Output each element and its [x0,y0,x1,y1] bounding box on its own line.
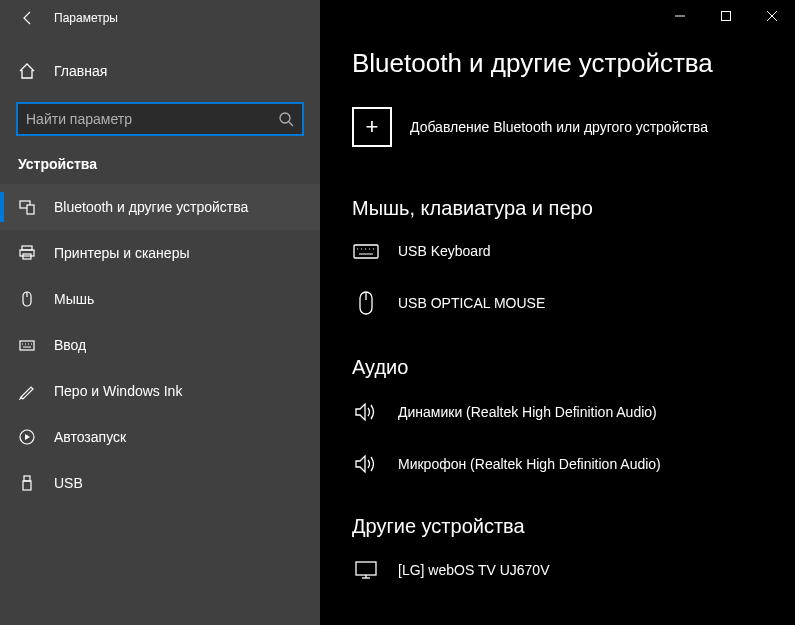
svg-rect-31 [356,562,376,575]
back-button[interactable] [10,0,46,36]
maximize-button[interactable] [703,0,749,32]
sidebar-item-label: Перо и Windows Ink [54,383,182,399]
device-mouse[interactable]: USB OPTICAL MOUSE [352,284,763,322]
sidebar-item-label: Принтеры и сканеры [54,245,189,261]
mouse-icon [352,290,380,316]
mouse-icon [18,290,36,308]
svg-rect-19 [722,12,731,21]
svg-rect-9 [20,341,34,350]
printer-icon [18,244,36,262]
svg-rect-3 [27,205,34,214]
sidebar-item-label: USB [54,475,83,491]
page-title: Bluetooth и другие устройства [352,48,763,79]
sidebar: Параметры Главная Устройства Bluetooth и… [0,0,320,625]
section-heading: Мышь, клавиатура и перо [352,197,763,220]
add-device-button[interactable]: + Добавление Bluetooth или другого устро… [352,107,763,147]
device-label: Динамики (Realtek High Definition Audio) [398,404,657,420]
pen-icon [18,382,36,400]
sidebar-item-label: Мышь [54,291,94,307]
search-icon [278,111,294,127]
section-input-devices: Мышь, клавиатура и перо USB Keyboard USB… [352,197,763,322]
close-button[interactable] [749,0,795,32]
sidebar-item-pen[interactable]: Перо и Windows Ink [0,368,320,414]
content-area: Bluetooth и другие устройства + Добавлен… [320,0,795,625]
home-label: Главная [54,63,107,79]
autoplay-icon [18,428,36,446]
svg-line-1 [289,122,293,126]
section-audio: Аудио Динамики (Realtek High Definition … [352,356,763,481]
titlebar: Параметры [0,0,320,36]
sidebar-item-bluetooth[interactable]: Bluetooth и другие устройства [0,184,320,230]
usb-icon [18,474,36,492]
svg-rect-22 [354,245,378,258]
sidebar-item-printers[interactable]: Принтеры и сканеры [0,230,320,276]
monitor-icon [352,560,380,580]
sidebar-item-label: Ввод [54,337,86,353]
devices-icon [18,198,36,216]
device-label: USB OPTICAL MOUSE [398,295,545,311]
section-other: Другие устройства [LG] webOS TV UJ670V [352,515,763,586]
sidebar-item-label: Bluetooth и другие устройства [54,199,248,215]
speaker-icon [352,453,380,475]
device-label: Микрофон (Realtek High Definition Audio) [398,456,661,472]
section-heading: Аудио [352,356,763,379]
sidebar-item-autoplay[interactable]: Автозапуск [0,414,320,460]
category-heading: Устройства [0,136,320,184]
keyboard-icon [18,336,36,354]
sidebar-item-mouse[interactable]: Мышь [0,276,320,322]
add-device-label: Добавление Bluetooth или другого устройс… [410,119,708,135]
home-button[interactable]: Главная [0,52,320,90]
speaker-icon [352,401,380,423]
section-heading: Другие устройства [352,515,763,538]
home-icon [18,62,36,80]
svg-rect-17 [23,481,31,490]
device-label: [LG] webOS TV UJ670V [398,562,549,578]
window-controls [657,0,795,32]
window-title: Параметры [54,11,118,25]
sidebar-item-typing[interactable]: Ввод [0,322,320,368]
search-box[interactable] [16,102,304,136]
keyboard-icon [352,242,380,260]
sidebar-item-label: Автозапуск [54,429,126,445]
svg-rect-16 [24,476,30,481]
device-tv[interactable]: [LG] webOS TV UJ670V [352,554,763,586]
main-content: Bluetooth и другие устройства + Добавлен… [320,0,795,625]
search-input[interactable] [26,111,278,127]
device-speakers[interactable]: Динамики (Realtek High Definition Audio) [352,395,763,429]
device-keyboard[interactable]: USB Keyboard [352,236,763,266]
device-label: USB Keyboard [398,243,491,259]
svg-point-0 [280,113,290,123]
svg-rect-4 [22,246,32,250]
minimize-button[interactable] [657,0,703,32]
device-microphone[interactable]: Микрофон (Realtek High Definition Audio) [352,447,763,481]
sidebar-item-usb[interactable]: USB [0,460,320,506]
svg-rect-5 [20,250,34,256]
plus-icon: + [352,107,392,147]
